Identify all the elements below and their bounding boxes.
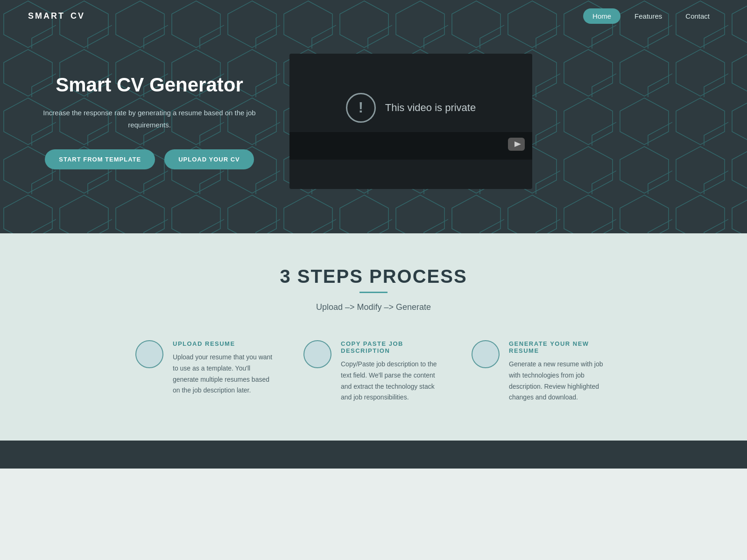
step-content-3: GENERATE YOUR NEW RESUME Generate a new … (509, 340, 612, 403)
footer (0, 441, 747, 469)
step-item-copypaste: COPY PASTE JOB DESCRIPTION Copy/Paste jo… (303, 340, 444, 403)
navigation: SMART CV Home Features Contact (0, 0, 747, 32)
step-circle-3 (472, 340, 500, 368)
nav-features[interactable]: Features (625, 8, 671, 24)
steps-subtitle: Upload –> Modify –> Generate (28, 302, 719, 312)
step-item-upload: UPLOAD RESUME Upload your resume that yo… (135, 340, 275, 403)
video-embed: ! This video is private (289, 54, 532, 189)
step-label-1: UPLOAD RESUME (173, 340, 275, 347)
hero-content: Smart CV Generator Increase the response… (28, 73, 289, 169)
youtube-icon[interactable] (508, 138, 525, 154)
logo-text-1: SMART (28, 11, 65, 21)
logo-text-2: CV (70, 11, 85, 21)
steps-section: 3 STEPS PROCESS Upload –> Modify –> Gene… (0, 233, 747, 441)
step-desc-3: Generate a new resume with job with tech… (509, 359, 612, 403)
step-label-3: GENERATE YOUR NEW RESUME (509, 340, 612, 354)
video-private-text: This video is private (385, 102, 476, 114)
video-private-message: ! This video is private (332, 84, 490, 132)
step-item-generate: GENERATE YOUR NEW RESUME Generate a new … (472, 340, 612, 403)
step-circle-2 (303, 340, 331, 368)
step-desc-1: Upload your resume that you want to use … (173, 352, 275, 396)
hero-buttons: START FROM TEMPLATE UPLOAD YOUR CV (28, 149, 271, 169)
upload-cv-button[interactable]: UPLOAD YOUR CV (164, 149, 254, 169)
exclamation-icon: ! (346, 93, 376, 123)
step-content-2: COPY PASTE JOB DESCRIPTION Copy/Paste jo… (341, 340, 444, 403)
nav-home[interactable]: Home (583, 8, 620, 24)
step-label-2: COPY PASTE JOB DESCRIPTION (341, 340, 444, 354)
step-content-1: UPLOAD RESUME Upload your resume that yo… (173, 340, 275, 396)
step-circle-1 (135, 340, 163, 368)
hero-title: Smart CV Generator (28, 73, 271, 97)
steps-underline (359, 292, 388, 293)
start-template-button[interactable]: START FROM TEMPLATE (45, 149, 155, 169)
logo[interactable]: SMART CV (28, 11, 85, 21)
hero-subtitle: Increase the response rate by generating… (28, 107, 271, 131)
hero-section: Smart CV Generator Increase the response… (0, 0, 747, 233)
steps-grid: UPLOAD RESUME Upload your resume that yo… (28, 340, 719, 403)
steps-title: 3 STEPS PROCESS (28, 266, 719, 287)
video-footer (289, 132, 532, 160)
nav-links: Home Features Contact (583, 8, 719, 24)
step-desc-2: Copy/Paste job description to the text f… (341, 359, 444, 403)
nav-contact[interactable]: Contact (676, 8, 719, 24)
